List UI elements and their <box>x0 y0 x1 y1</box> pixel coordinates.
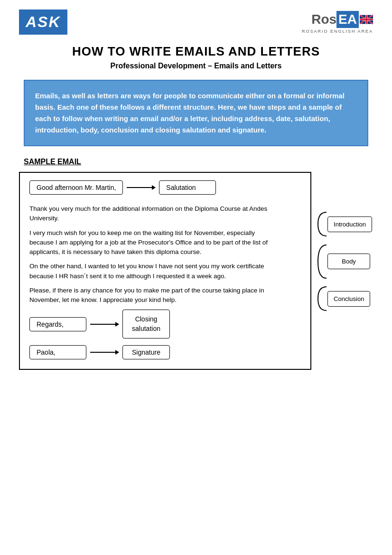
salutation-text-box: Good afternoon Mr. Martin, <box>29 180 123 195</box>
intro-box: Emails, as well as letters are ways for … <box>24 80 368 146</box>
rosea-ros: Ros <box>311 12 336 27</box>
conclusion-label-box: Conclusion <box>327 291 370 307</box>
email-body: Thank you very much for the additional i… <box>29 204 301 305</box>
uk-flag-icon <box>360 15 373 24</box>
intro-side-label: Introduction <box>313 210 372 238</box>
salutation-arrow <box>127 187 155 188</box>
conclusion-side-label: Conclusion <box>313 284 370 313</box>
salutation-label-box: Salutation <box>159 180 216 195</box>
signature-arrow <box>90 352 119 353</box>
body-side-label: Body <box>313 243 370 281</box>
salutation-row: Good afternoon Mr. Martin, Salutation <box>29 180 301 195</box>
email-para1: Thank you very much for the additional i… <box>29 204 272 224</box>
conclusion-brace-icon <box>313 284 327 313</box>
closing-text-box: Regards, <box>29 317 86 331</box>
email-container: Good afternoon Mr. Martin, Salutation Th… <box>19 172 311 370</box>
closing-label-box: Closing salutation <box>122 310 170 339</box>
intro-brace-icon <box>313 210 327 238</box>
rosea-ea: EA <box>336 11 359 28</box>
rosea-subtitle: ROSARIO ENGLISH AREA <box>302 29 373 34</box>
email-para2: I very much wish for you to keep me on t… <box>29 228 272 257</box>
page-header: ASK RosEA ROSARIO ENGLISH AREA <box>19 9 373 35</box>
signature-text-box: Paola, <box>29 345 86 359</box>
body-label-box: Body <box>327 254 370 269</box>
body-brace-icon <box>313 243 327 281</box>
intro-label-box: Introduction <box>327 216 372 232</box>
subtitle: Professional Development – Emails and Le… <box>19 62 373 70</box>
main-title: HOW TO WRITE EMAILS AND LETTERS <box>19 44 373 59</box>
ask-logo: ASK <box>19 9 67 35</box>
rosea-title: RosEA <box>311 11 373 28</box>
email-para4: Please, if there is any chance for you t… <box>29 286 272 305</box>
signature-label-box: Signature <box>122 345 170 359</box>
closing-item: Regards, Closing salutation <box>29 310 301 339</box>
signature-item: Paola, Signature <box>29 345 301 359</box>
rosea-logo: RosEA ROSARIO ENGLISH AREA <box>302 11 373 34</box>
closing-arrow <box>90 324 119 325</box>
closing-block: Regards, Closing salutation Paola, Signa… <box>29 310 301 359</box>
sample-email-label: SAMPLE EMAIL <box>24 158 373 166</box>
side-labels: Introduction Body Conclusion <box>313 210 372 313</box>
email-para3: On the other hand, I wanted to let you k… <box>29 262 272 281</box>
email-diagram-wrapper: Good afternoon Mr. Martin, Salutation Th… <box>19 172 311 370</box>
